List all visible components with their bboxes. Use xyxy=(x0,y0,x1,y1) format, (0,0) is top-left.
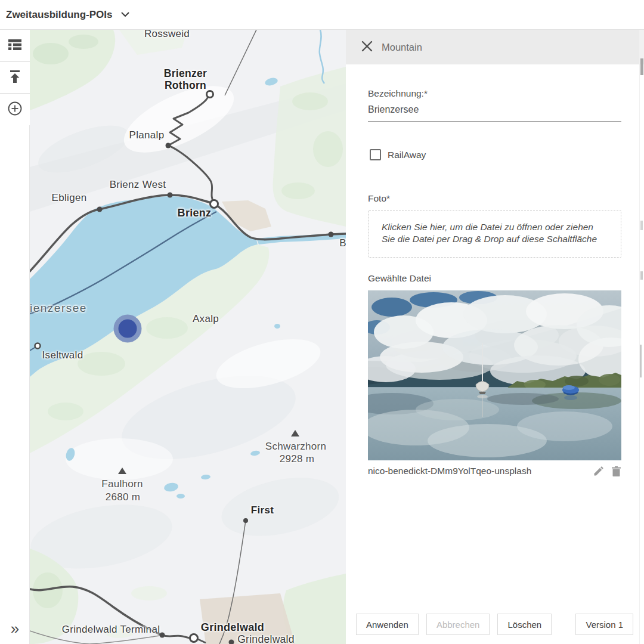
panel-footer: Anwenden Abbrechen Löschen Version 1 xyxy=(346,614,644,635)
list-view-button[interactable] xyxy=(0,30,30,62)
bezeichnung-input[interactable] xyxy=(368,104,621,122)
selected-file-row: nico-benedickt-DMm9YolTqeo-unsplash xyxy=(368,466,621,479)
add-poi-button[interactable] xyxy=(0,94,30,125)
selected-file-label: Gewählte Datei xyxy=(368,273,431,284)
dropzone-hint: Klicken Sie hier, um die Datei zu öffnen… xyxy=(382,221,608,245)
app-window: Zweitausbildung-POIs xyxy=(0,0,644,644)
foto-label: Foto* xyxy=(368,193,390,204)
delete-button[interactable]: Löschen xyxy=(497,614,552,635)
file-name: nico-benedickt-DMm9YolTqeo-unsplash xyxy=(368,466,531,476)
version-button[interactable]: Version 1 xyxy=(575,614,633,635)
pencil-icon xyxy=(593,469,603,478)
trash-icon xyxy=(612,469,621,478)
close-panel-button[interactable] xyxy=(359,39,374,55)
photo-thumbnail xyxy=(368,290,621,460)
chevron-down-icon[interactable] xyxy=(121,12,129,17)
expand-sidebar-button[interactable]: » xyxy=(0,618,30,639)
railaway-label[interactable]: RailAway xyxy=(388,150,426,160)
workspace-title[interactable]: Zweitausbildung-POIs xyxy=(6,9,113,21)
edit-file-button[interactable] xyxy=(593,466,603,476)
poi-marker[interactable] xyxy=(114,315,142,343)
apply-button[interactable]: Anwenden xyxy=(356,614,419,635)
upload-icon xyxy=(8,70,21,85)
add-circle-icon xyxy=(7,101,23,119)
railaway-checkbox[interactable] xyxy=(370,149,381,160)
delete-file-button[interactable] xyxy=(611,466,621,476)
map-canvas[interactable]: RossweidBrienzer RothornPlanalpBrienz We… xyxy=(30,30,346,644)
cancel-button[interactable]: Abbrechen xyxy=(426,614,490,635)
list-icon xyxy=(8,39,21,52)
edge-fragment xyxy=(640,271,643,280)
panel-header: Mountain xyxy=(346,30,644,64)
upload-button[interactable] xyxy=(0,62,30,94)
edge-fragment xyxy=(640,221,643,230)
edge-fragment xyxy=(640,345,642,377)
titlebar: Zweitausbildung-POIs xyxy=(0,0,644,30)
edge-panel-sliver[interactable] xyxy=(639,30,644,644)
basemap-tiles xyxy=(30,30,346,644)
left-toolbar: » xyxy=(0,30,30,644)
lake-photo-illustration xyxy=(368,290,621,460)
detail-panel: Mountain Bezeichnung:* RailAway Foto* Kl… xyxy=(346,30,644,644)
edge-fragment xyxy=(640,58,643,75)
bezeichnung-label: Bezeichnung:* xyxy=(368,88,428,99)
file-dropzone[interactable]: Klicken Sie hier, um die Datei zu öffnen… xyxy=(368,210,621,258)
close-icon xyxy=(361,41,373,54)
panel-title: Mountain xyxy=(382,42,422,53)
